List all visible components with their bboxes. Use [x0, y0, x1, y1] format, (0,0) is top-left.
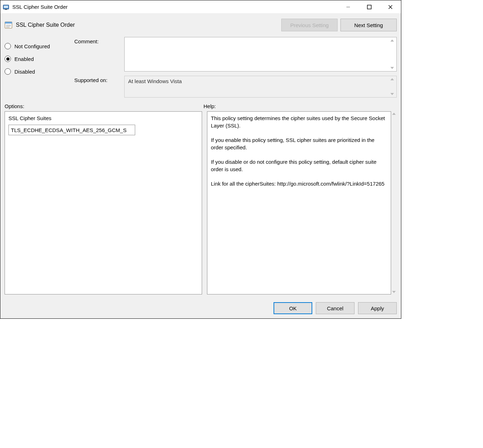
- comment-label: Comment:: [74, 37, 120, 44]
- maximize-button[interactable]: [359, 0, 380, 13]
- titlebar: SSL Cipher Suite Order: [0, 0, 401, 14]
- ok-button[interactable]: OK: [274, 302, 312, 314]
- apply-button[interactable]: Apply: [358, 302, 397, 314]
- help-paragraph: If you enable this policy setting, SSL c…: [211, 136, 387, 151]
- previous-setting-button: Previous Setting: [281, 19, 338, 31]
- help-scrollbar[interactable]: [391, 111, 397, 294]
- svg-rect-2: [5, 9, 7, 10]
- help-panel: This policy setting determines the ciphe…: [207, 111, 391, 294]
- config-fields: Comment: Supported on: At least Windows …: [74, 37, 397, 98]
- radio-label: Not Configured: [14, 43, 50, 49]
- svg-rect-1: [4, 6, 8, 8]
- radio-label: Enabled: [14, 56, 34, 62]
- policy-title: SSL Cipher Suite Order: [16, 22, 75, 28]
- comment-textarea[interactable]: [124, 37, 397, 71]
- app-icon: [2, 4, 10, 11]
- help-section-label: Help:: [201, 103, 397, 109]
- chevron-down-icon: [392, 291, 396, 293]
- radio-icon: [5, 68, 11, 75]
- supported-label: Supported on:: [74, 76, 120, 83]
- chevron-down-icon: [390, 93, 394, 95]
- dialog-window: SSL Cipher Suite Order: [0, 0, 401, 319]
- close-button[interactable]: [380, 0, 401, 13]
- state-radios: Not Configured Enabled Disabled: [5, 37, 68, 98]
- panels: SSL Cipher Suites This policy setting de…: [0, 111, 401, 298]
- config-area: Not Configured Enabled Disabled Comment:…: [0, 35, 401, 99]
- next-setting-button[interactable]: Next Setting: [340, 19, 397, 31]
- cancel-button[interactable]: Cancel: [316, 302, 355, 314]
- help-outer: This policy setting determines the ciphe…: [207, 111, 397, 294]
- help-paragraph: If you disable or do not configure this …: [211, 158, 387, 173]
- options-panel: SSL Cipher Suites: [5, 111, 202, 294]
- options-section-label: Options:: [5, 103, 201, 109]
- help-paragraph: This policy setting determines the ciphe…: [211, 114, 387, 129]
- chevron-up-icon: [392, 113, 396, 115]
- help-paragraph: Link for all the cipherSuites: http://go…: [211, 180, 387, 187]
- comment-scroll[interactable]: [389, 37, 395, 71]
- options-heading: SSL Cipher Suites: [8, 115, 198, 121]
- section-labels: Options: Help:: [0, 99, 401, 111]
- policy-icon: [5, 21, 12, 29]
- radio-disabled[interactable]: Disabled: [5, 65, 68, 78]
- window-controls: [338, 0, 401, 13]
- chevron-down-icon: [390, 67, 394, 69]
- radio-not-configured[interactable]: Not Configured: [5, 40, 68, 52]
- header: SSL Cipher Suite Order Previous Setting …: [0, 14, 401, 35]
- window-title: SSL Cipher Suite Order: [12, 4, 68, 10]
- radio-enabled[interactable]: Enabled: [5, 52, 68, 65]
- supported-on-box: At least Windows Vista: [124, 76, 397, 98]
- supported-scroll[interactable]: [389, 76, 395, 97]
- radio-label: Disabled: [14, 69, 35, 75]
- footer: OK Cancel Apply: [0, 298, 401, 318]
- cipher-suites-input[interactable]: [8, 125, 135, 135]
- radio-icon: [5, 56, 11, 62]
- svg-rect-8: [5, 22, 12, 24]
- chevron-up-icon: [390, 39, 394, 42]
- radio-icon: [5, 43, 11, 49]
- supported-value: At least Windows Vista: [128, 78, 182, 84]
- minimize-button[interactable]: [338, 0, 359, 13]
- chevron-up-icon: [390, 78, 394, 80]
- svg-rect-4: [368, 5, 371, 9]
